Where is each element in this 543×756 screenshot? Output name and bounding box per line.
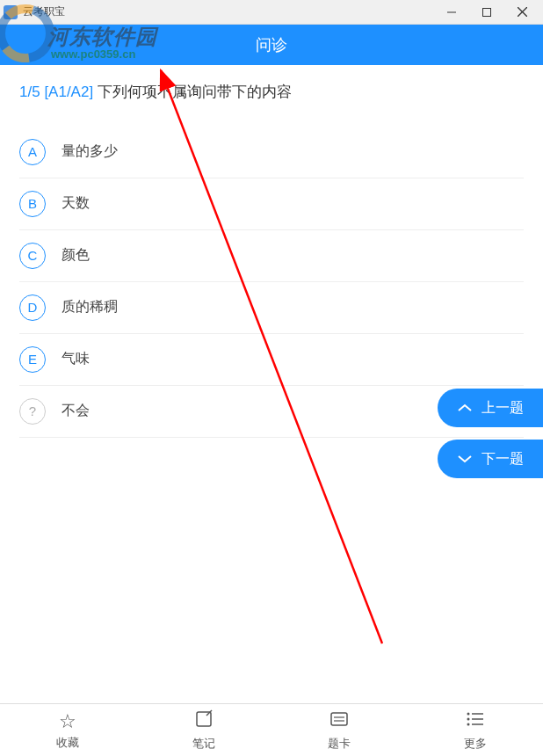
maximize-button[interactable] [469, 1, 504, 24]
svg-rect-6 [331, 713, 347, 725]
option-e[interactable]: E 气味 [19, 334, 524, 386]
prev-label: 上一题 [481, 399, 524, 418]
option-letter: B [19, 191, 46, 217]
question-number: 1/5 [19, 84, 40, 100]
svg-point-9 [467, 712, 469, 715]
bottom-tabbar: ☆ 收藏 笔记 题卡 更多 [0, 703, 543, 756]
window-controls [434, 1, 539, 24]
option-text: 颜色 [62, 246, 90, 265]
chevron-down-icon [457, 454, 473, 463]
minimize-button[interactable] [434, 1, 469, 24]
option-text: 不会 [62, 402, 90, 420]
option-c[interactable]: C 颜色 [19, 230, 524, 282]
card-icon [329, 709, 349, 734]
tab-label: 题卡 [328, 736, 351, 752]
option-text: 天数 [62, 194, 90, 213]
question-text: 下列何项不属询问带下的内容 [98, 84, 292, 100]
tab-favorite[interactable]: ☆ 收藏 [0, 704, 136, 756]
tab-label: 笔记 [192, 736, 215, 752]
option-text: 质的稀稠 [62, 298, 118, 316]
next-question-button[interactable]: 下一题 [438, 440, 543, 478]
option-letter: D [19, 294, 46, 321]
nav-buttons: 上一题 下一题 [438, 389, 543, 491]
page-header: 问诊 [0, 25, 543, 65]
svg-rect-1 [483, 8, 491, 16]
option-a[interactable]: A 量的多少 [19, 127, 524, 178]
question-type: [A1/A2] [44, 84, 93, 100]
option-b[interactable]: B 天数 [19, 178, 524, 230]
option-letter: E [19, 346, 46, 373]
more-icon [466, 709, 485, 734]
tab-notes[interactable]: 笔记 [136, 704, 272, 756]
close-button[interactable] [504, 1, 539, 24]
option-letter: A [19, 139, 46, 165]
tab-label: 收藏 [56, 735, 79, 751]
option-d[interactable]: D 质的稀稠 [19, 282, 524, 334]
tab-card[interactable]: 题卡 [272, 704, 408, 756]
header-title: 问诊 [256, 34, 287, 55]
tab-label: 更多 [464, 736, 487, 752]
option-letter: C [19, 243, 46, 269]
option-text: 气味 [62, 350, 90, 368]
option-text: 量的多少 [62, 142, 118, 161]
question-row: 1/5 [A1/A2] 下列何项不属询问带下的内容 [19, 81, 524, 104]
titlebar-title: 云考职宝 [23, 4, 434, 19]
next-label: 下一题 [481, 450, 524, 469]
star-icon: ☆ [59, 710, 76, 733]
tab-more[interactable]: 更多 [408, 704, 544, 756]
content-area: 1/5 [A1/A2] 下列何项不属询问带下的内容 A 量的多少 B 天数 C … [0, 65, 543, 438]
prev-question-button[interactable]: 上一题 [438, 389, 543, 427]
note-icon [194, 709, 214, 734]
titlebar: 云考职宝 [0, 0, 543, 25]
option-letter: ? [19, 398, 46, 425]
svg-point-11 [467, 717, 469, 720]
chevron-up-icon [457, 403, 473, 412]
app-icon [4, 5, 18, 19]
svg-point-13 [467, 723, 469, 725]
